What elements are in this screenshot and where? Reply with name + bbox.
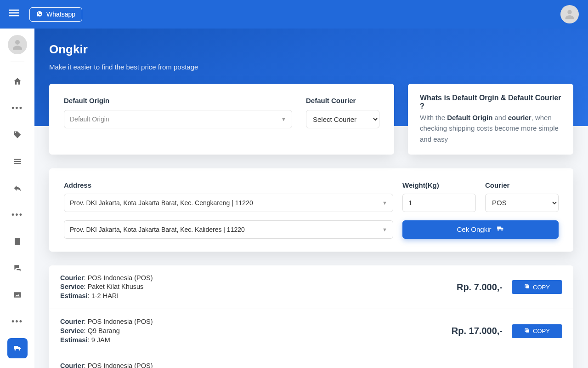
card-defaults: Default Origin Default Origin ▼ Default … xyxy=(49,84,394,155)
address-from-value: Prov. DKI Jakarta, Kota Jakarta Barat, K… xyxy=(70,199,253,207)
copy-icon xyxy=(524,328,530,335)
chevron-down-icon: ▼ xyxy=(382,200,387,206)
sidebar-item-image[interactable] xyxy=(7,285,28,305)
result-price: Rp. 17.000,- xyxy=(411,326,503,336)
whatsapp-label: Whatsapp xyxy=(46,11,75,18)
svg-rect-0 xyxy=(9,10,19,11)
info-text: With the Default Origin and courier, whe… xyxy=(420,112,561,144)
page-title: Ongkir xyxy=(49,42,573,57)
courier-select[interactable]: POS xyxy=(485,194,559,212)
sidebar-item-more-1[interactable]: ••• xyxy=(7,98,28,118)
topbar: Whatsapp xyxy=(0,0,588,29)
results-list: Courier: POS Indonesia (POS)Service: Pak… xyxy=(49,265,573,368)
result-price: Rp. 7.000,- xyxy=(411,282,503,293)
svg-point-3 xyxy=(567,10,571,14)
sidebar-item-stack[interactable] xyxy=(7,151,28,172)
default-origin-select[interactable]: Default Origin ▼ xyxy=(64,110,292,128)
chevron-down-icon: ▼ xyxy=(382,227,387,232)
default-origin-placeholder: Default Origin xyxy=(70,115,109,123)
topbar-left: Whatsapp xyxy=(9,7,82,22)
svg-rect-11 xyxy=(526,329,529,333)
copy-button[interactable]: COPY xyxy=(512,324,562,338)
sidebar-item-shipping[interactable] xyxy=(7,338,28,358)
sidebar: ••• ••• ••• xyxy=(0,29,34,368)
main-content: Ongkir Make it easier to find the best p… xyxy=(34,0,588,368)
sidebar-avatar[interactable] xyxy=(8,35,27,54)
sidebar-item-chat[interactable] xyxy=(7,258,28,278)
weight-input[interactable] xyxy=(408,199,470,207)
copy-label: COPY xyxy=(533,284,550,291)
info-title: Whats is Default Orgin & Default Courier… xyxy=(420,94,561,110)
result-meta: Courier: POS Indonesia (POS)Service: Pak… xyxy=(60,274,401,301)
svg-rect-9 xyxy=(526,285,529,288)
sidebar-divider xyxy=(11,62,24,62)
svg-rect-6 xyxy=(14,161,21,162)
svg-rect-1 xyxy=(9,12,19,14)
whatsapp-button[interactable]: Whatsapp xyxy=(29,7,82,22)
result-meta: Courier: POS Indonesia (POS)Service: Exp… xyxy=(60,362,401,368)
svg-rect-8 xyxy=(14,292,21,298)
default-courier-select[interactable]: Select Courier xyxy=(306,110,379,128)
svg-rect-2 xyxy=(9,15,19,17)
check-shipping-button[interactable]: Cek Ongkir xyxy=(402,220,559,239)
svg-rect-5 xyxy=(14,159,21,160)
sidebar-item-contacts[interactable] xyxy=(7,231,28,252)
sidebar-item-more-3[interactable]: ••• xyxy=(7,311,28,332)
courier-label: Courier xyxy=(485,181,559,189)
result-meta: Courier: POS Indonesia (POS)Service: Q9 … xyxy=(60,317,401,345)
sidebar-item-tag[interactable] xyxy=(7,125,28,145)
card-address: Address Prov. DKI Jakarta, Kota Jakarta … xyxy=(49,168,573,252)
weight-input-wrap xyxy=(402,194,476,212)
default-courier-label: Default Courier xyxy=(306,97,379,104)
address-to-select[interactable]: Prov. DKI Jakarta, Kota Jakarta Barat, K… xyxy=(64,220,393,239)
check-shipping-label: Cek Ongkir xyxy=(457,225,491,233)
sidebar-item-home[interactable] xyxy=(7,71,28,92)
address-to-value: Prov. DKI Jakarta, Kota Jakarta Barat, K… xyxy=(70,226,245,233)
default-origin-label: Default Origin xyxy=(64,97,292,104)
address-from-select[interactable]: Prov. DKI Jakarta, Kota Jakarta Barat, K… xyxy=(64,194,393,212)
address-label: Address xyxy=(64,181,393,189)
sidebar-item-reply[interactable] xyxy=(7,178,28,198)
truck-icon xyxy=(496,224,504,234)
svg-rect-7 xyxy=(14,163,21,164)
copy-button[interactable]: COPY xyxy=(512,280,562,294)
copy-icon xyxy=(524,283,530,291)
card-info: Whats is Default Orgin & Default Courier… xyxy=(408,84,573,155)
weight-label: Weight(Kg) xyxy=(402,181,476,189)
svg-point-4 xyxy=(15,40,20,45)
page-subtitle: Make it easier to find the best price fr… xyxy=(49,63,573,71)
chevron-down-icon: ▼ xyxy=(281,116,286,122)
sidebar-item-more-2[interactable]: ••• xyxy=(7,205,28,225)
result-row: Courier: POS Indonesia (POS)Service: Exp… xyxy=(49,353,573,368)
whatsapp-icon xyxy=(36,11,43,18)
copy-label: COPY xyxy=(533,328,550,334)
result-row: Courier: POS Indonesia (POS)Service: Pak… xyxy=(49,265,573,309)
result-row: Courier: POS Indonesia (POS)Service: Q9 … xyxy=(49,309,573,353)
user-avatar[interactable] xyxy=(560,5,579,23)
menu-toggle-icon[interactable] xyxy=(9,8,19,21)
